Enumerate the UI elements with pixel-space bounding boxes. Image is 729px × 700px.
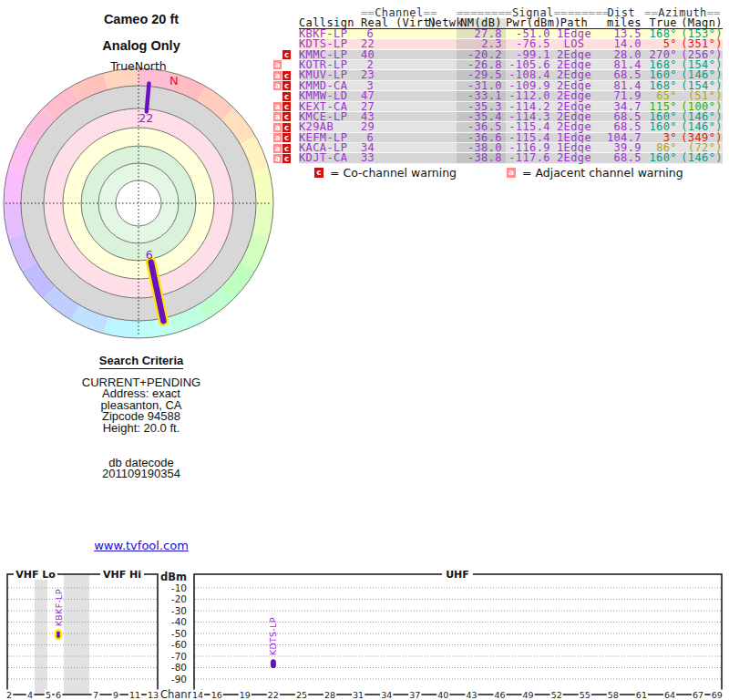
- adjacent-channel-warning-icon: a: [273, 71, 282, 80]
- power-dbm-cell: -76.5: [506, 39, 551, 48]
- network-cell: [416, 102, 457, 111]
- channel-tick-label: 16: [211, 690, 222, 700]
- virt-channel-cell: [374, 91, 416, 100]
- dbm-tick-label: -40: [171, 616, 187, 627]
- vhf-gap-band: [64, 575, 89, 694]
- co-channel-warning-icon: c: [282, 102, 291, 111]
- channel-tick-label: 34: [381, 690, 392, 700]
- channel-tick-label: 31: [353, 690, 364, 700]
- virt-channel-cell: [374, 50, 416, 59]
- channel-tick-label: 28: [324, 690, 335, 700]
- vhf-hi-label: VHF Hi: [103, 569, 141, 581]
- virt-channel-cell: [374, 122, 416, 131]
- power-dbm-cell: -112.0: [506, 91, 551, 100]
- adjacent-channel-warning-icon: a: [273, 81, 282, 90]
- report-subtitle: Analog Only: [0, 38, 282, 53]
- signal-spectrum-chart: -10-20-30-40-50-60-70-80-90VHF LoVHF HiU…: [0, 565, 729, 700]
- network-cell: [416, 153, 457, 162]
- miles-cell: 14.0: [597, 39, 642, 48]
- dbm-tick-label: -50: [171, 628, 187, 639]
- table-row: acKDJT-CA33-38.8-117.62Edge68.5160°(146°…: [273, 153, 729, 163]
- dbm-tick-label: -70: [171, 651, 187, 662]
- co-channel-warning-icon: c: [282, 112, 291, 121]
- magnetic-azimuth-cell: (351°): [677, 39, 723, 48]
- channel-tick-label: 19: [240, 690, 251, 700]
- adjacent-channel-warning-icon: a: [507, 168, 516, 178]
- network-cell: [416, 70, 457, 79]
- callsign-cell: KMMW-LD: [299, 91, 361, 100]
- power-dbm-cell: -117.6: [506, 153, 551, 162]
- channel-tick-label: 40: [437, 690, 448, 700]
- channel-tick-label: 9: [113, 690, 118, 700]
- vhf-gap-band: [35, 575, 47, 694]
- adjacent-channel-warning-icon: a: [273, 133, 282, 142]
- adjacent-channel-warning-icon: a: [273, 154, 282, 163]
- tvfool-link[interactable]: www.tvfool.com: [94, 539, 189, 552]
- channel-tick-label: 37: [409, 690, 420, 700]
- co-channel-warning-icon: c: [282, 133, 291, 142]
- channel-tick-label: 5: [46, 690, 51, 700]
- channel-tick-label: 49: [523, 690, 534, 700]
- network-cell: [416, 50, 457, 59]
- channel-tick-label: 25: [296, 690, 307, 700]
- channel-tick-label: 67: [693, 690, 703, 700]
- co-channel-warning-icon: c: [282, 154, 291, 163]
- datecode-line: 201109190354: [0, 468, 282, 480]
- channel-tick-label: 43: [466, 690, 477, 700]
- channel-tick-label: 7: [93, 690, 98, 700]
- warning-legend: c = Co-channel warning a = Adjacent chan…: [273, 166, 729, 179]
- station-table: ==Channel==========Signal========Dist==A…: [273, 8, 729, 164]
- channel-tick-label: 6: [56, 690, 61, 700]
- vhf-lo-label: VHF Lo: [15, 569, 56, 581]
- co-channel-legend: c = Co-channel warning: [314, 166, 457, 180]
- virt-channel-cell: [374, 153, 416, 162]
- adjacent-channel-legend-label: = Adjacent channel warning: [522, 166, 683, 180]
- miles-cell: 71.9: [597, 91, 642, 100]
- polar-azimuth-chart: 226NTrueNorth: [0, 57, 282, 341]
- callsign-cell: KDTS-LP: [299, 39, 361, 48]
- search-criteria: Search Criteria CURRENT+PENDING Address:…: [0, 355, 282, 480]
- virt-channel-cell: [374, 70, 416, 79]
- channel-tick-label: 58: [608, 690, 619, 700]
- co-channel-legend-label: = Co-channel warning: [330, 166, 457, 180]
- channel-tick-label: 69: [712, 690, 723, 700]
- path-cell: LOS: [551, 39, 597, 48]
- dbm-tick-label: -20: [171, 593, 187, 604]
- adjacent-channel-legend: a = Adjacent channel warning: [507, 166, 683, 180]
- path-cell: 2Edge: [551, 153, 597, 162]
- true-azimuth-cell: 65°: [642, 91, 677, 100]
- channel-tick-label: 4: [27, 690, 33, 700]
- co-channel-warning-icon: c: [314, 168, 323, 178]
- dbm-tick-label: -90: [171, 674, 187, 685]
- channel-tick-label: 64: [664, 690, 675, 700]
- channel-tick-label: 14: [192, 690, 203, 700]
- virt-channel-cell: [374, 60, 416, 69]
- station-marker-label: KBKF-LP: [54, 589, 64, 626]
- network-cell: [416, 122, 457, 131]
- channel-tick-label: 55: [580, 690, 590, 700]
- virt-channel-cell: [374, 112, 416, 121]
- network-cell: [416, 143, 457, 152]
- co-channel-warning-icon: c: [282, 92, 291, 101]
- network-cell: [416, 81, 457, 90]
- dbm-axis-label: dBm: [160, 571, 187, 583]
- polar-marker-label: 6: [146, 248, 153, 262]
- true-azimuth-cell: 5°: [642, 39, 677, 48]
- channel-tick-label: 22: [268, 690, 279, 700]
- magnetic-azimuth-cell: (51°): [677, 91, 723, 100]
- polar-marker-label: 22: [139, 111, 153, 125]
- dbm-tick-label: -10: [171, 582, 187, 593]
- true-north-label: TrueNorth: [109, 59, 167, 73]
- adjacent-channel-warning-icon: a: [273, 60, 282, 69]
- search-line: Height: 20.0 ft.: [0, 423, 282, 435]
- virt-channel-cell: [374, 29, 416, 38]
- nm-db-cell: -33.1: [457, 91, 506, 100]
- virt-channel-cell: [374, 81, 416, 90]
- adjacent-channel-warning-icon: a: [273, 112, 282, 121]
- network-cell: [416, 91, 457, 100]
- tvfool-report: Cameo 20 ft Analog Only 226NTrueNorth ==…: [0, 0, 729, 700]
- co-channel-warning-icon: c: [282, 50, 291, 59]
- virt-channel-cell: [374, 39, 416, 48]
- search-criteria-title: Search Criteria: [99, 355, 184, 369]
- nm-db-cell: -38.8: [457, 153, 506, 162]
